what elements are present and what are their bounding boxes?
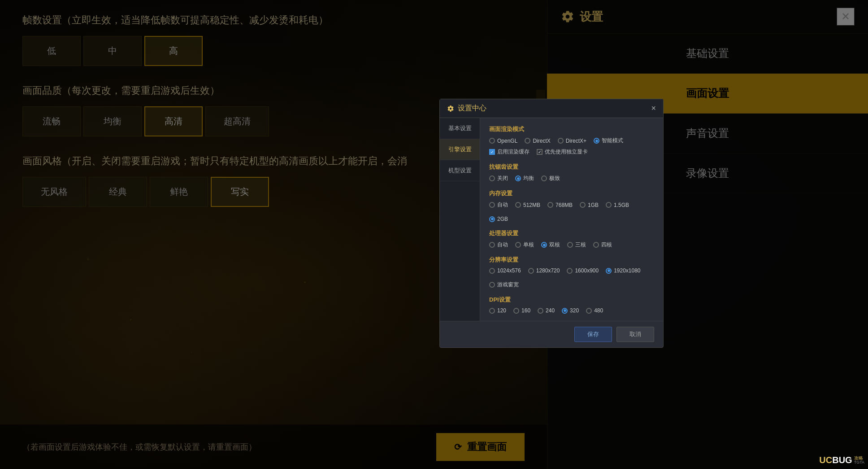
aa-extreme[interactable]: 极致 (541, 175, 560, 182)
bottom-text: （若画面设置后游戏体验不佳，或需恢复默认设置，请重置画面） (22, 442, 256, 452)
checkbox-dedicated-gpu[interactable]: 优先使用独立显卡 (537, 148, 588, 156)
cpu-triple-radio (567, 242, 573, 248)
aa-off-label: 关闭 (497, 175, 508, 182)
res-1280-label: 1280x720 (536, 267, 560, 274)
dpi-240-label: 240 (546, 307, 555, 314)
modal-header: 设置中心 × (440, 99, 663, 118)
mem-1gb-radio (580, 202, 586, 208)
res-1280[interactable]: 1280x720 (528, 267, 560, 274)
panel-title: 设置 (580, 9, 603, 25)
mem-auto[interactable]: 自动 (489, 201, 508, 209)
dpi-480[interactable]: 480 (586, 307, 603, 314)
mem-768-label: 768MB (556, 202, 573, 208)
dpi-120-label: 120 (497, 307, 506, 314)
quality-balanced-btn[interactable]: 均衡 (83, 106, 142, 136)
modal-save-button[interactable]: 保存 (574, 327, 612, 342)
aa-balanced[interactable]: 均衡 (515, 175, 534, 182)
render-directx-label: DirectX (533, 138, 550, 144)
processor-title: 处理器设置 (489, 229, 654, 237)
res-1024-label: 1024x576 (497, 267, 521, 274)
anti-aliasing-title: 抗锯齿设置 (489, 163, 654, 171)
aa-extreme-radio (541, 175, 547, 181)
modal-nav-engine[interactable]: 引擎设置 (440, 139, 480, 160)
modal-nav-model[interactable]: 机型设置 (440, 160, 480, 181)
checkbox-render-cache[interactable]: 启用渲染缓存 (489, 148, 529, 156)
dpi-240-radio (538, 308, 543, 314)
cpu-auto[interactable]: 自动 (489, 241, 508, 249)
style-classic-btn[interactable]: 经典 (89, 177, 147, 207)
style-realistic-btn[interactable]: 写实 (211, 177, 269, 207)
mem-auto-radio (489, 202, 495, 208)
render-directx[interactable]: DirectX (525, 138, 550, 144)
dpi-160[interactable]: 160 (513, 307, 530, 314)
cpu-dual[interactable]: 双核 (541, 241, 560, 249)
resolution-options: 1024x576 1280x720 1600x900 1920x1080 (489, 267, 654, 289)
quality-smooth-btn[interactable]: 流畅 (22, 106, 81, 136)
mem-2gb[interactable]: 2GB (489, 216, 508, 222)
quality-settings-title: 画面品质（每次更改，需要重启游戏后生效） (22, 84, 525, 97)
modal-cancel-button[interactable]: 取消 (616, 327, 654, 342)
cpu-triple-label: 三核 (575, 241, 586, 249)
dpi-320-label: 320 (570, 307, 579, 314)
res-1024[interactable]: 1024x576 (489, 267, 521, 274)
res-game-wide-label: 游戏窗宽 (497, 281, 519, 289)
checkbox-dedicated-gpu-label: 优先使用独立显卡 (545, 148, 588, 156)
frame-low-btn[interactable]: 低 (22, 36, 81, 66)
watermark: UCBUG 攻略 TGTA (819, 455, 864, 465)
mem-2gb-label: 2GB (497, 216, 508, 222)
render-smart[interactable]: 智能模式 (594, 137, 623, 145)
memory-title: 内存设置 (489, 189, 654, 197)
reset-label: 重置画面 (467, 440, 507, 454)
dpi-160-label: 160 (521, 307, 530, 314)
mem-15gb[interactable]: 1.5GB (606, 202, 629, 208)
cpu-dual-label: 双核 (549, 241, 560, 249)
modal-main-content: 画面渲染模式 OpenGL DirectX DirectX+ (480, 118, 663, 321)
mem-1gb[interactable]: 1GB (580, 202, 599, 208)
aa-extreme-label: 极致 (549, 175, 560, 182)
cpu-auto-label: 自动 (497, 241, 508, 249)
res-1920-label: 1920x1080 (614, 267, 640, 274)
mem-auto-label: 自动 (497, 201, 508, 209)
top-bar: 设置 ✕ (547, 0, 868, 34)
modal-close-button[interactable]: × (651, 104, 656, 113)
checkbox-dedicated-gpu-box (537, 149, 542, 155)
render-directxplus[interactable]: DirectX+ (558, 138, 586, 144)
reset-button[interactable]: ⟳ 重置画面 (436, 433, 525, 461)
dpi-group: DPI设置 120 160 240 (489, 296, 654, 314)
quality-hd-btn[interactable]: 高清 (144, 106, 203, 136)
render-opengl[interactable]: OpenGL (489, 138, 517, 144)
resolution-title: 分辨率设置 (489, 256, 654, 264)
style-none-btn[interactable]: 无风格 (22, 177, 86, 207)
res-1600[interactable]: 1600x900 (567, 267, 599, 274)
res-1920[interactable]: 1920x1080 (606, 267, 640, 274)
dpi-120[interactable]: 120 (489, 307, 506, 314)
cpu-quad[interactable]: 四核 (593, 241, 612, 249)
res-game-wide[interactable]: 游戏窗宽 (489, 281, 519, 289)
res-1280-radio (528, 268, 534, 274)
cpu-triple[interactable]: 三核 (567, 241, 586, 249)
frame-mid-btn[interactable]: 中 (83, 36, 142, 66)
panel-title-group: 设置 (561, 9, 603, 25)
anti-aliasing-group: 抗锯齿设置 关闭 均衡 极致 (489, 163, 654, 182)
render-directxplus-radio (558, 138, 564, 144)
dpi-120-radio (489, 308, 495, 314)
dpi-title: DPI设置 (489, 296, 654, 304)
quality-ultrahd-btn[interactable]: 超高清 (205, 106, 269, 136)
cpu-single[interactable]: 单核 (515, 241, 534, 249)
close-button[interactable]: ✕ (837, 8, 855, 26)
dpi-480-radio (586, 308, 592, 314)
aa-off[interactable]: 关闭 (489, 175, 508, 182)
frame-settings-title: 帧数设置（立即生效，适当降低帧数可提高稳定性、减少发烫和耗电） (22, 13, 525, 27)
modal-footer: 保存 取消 (440, 321, 663, 347)
mem-768[interactable]: 768MB (547, 202, 573, 208)
cpu-single-radio (515, 242, 521, 248)
menu-basic-settings[interactable]: 基础设置 (547, 34, 868, 74)
mem-15gb-label: 1.5GB (614, 202, 629, 208)
style-vivid-btn[interactable]: 鲜艳 (150, 177, 208, 207)
dpi-240[interactable]: 240 (538, 307, 555, 314)
dpi-320[interactable]: 320 (562, 307, 579, 314)
frame-high-btn[interactable]: 高 (144, 36, 203, 66)
modal-nav-basic[interactable]: 基本设置 (440, 118, 480, 139)
cpu-single-label: 单核 (523, 241, 534, 249)
mem-512[interactable]: 512MB (515, 202, 540, 208)
